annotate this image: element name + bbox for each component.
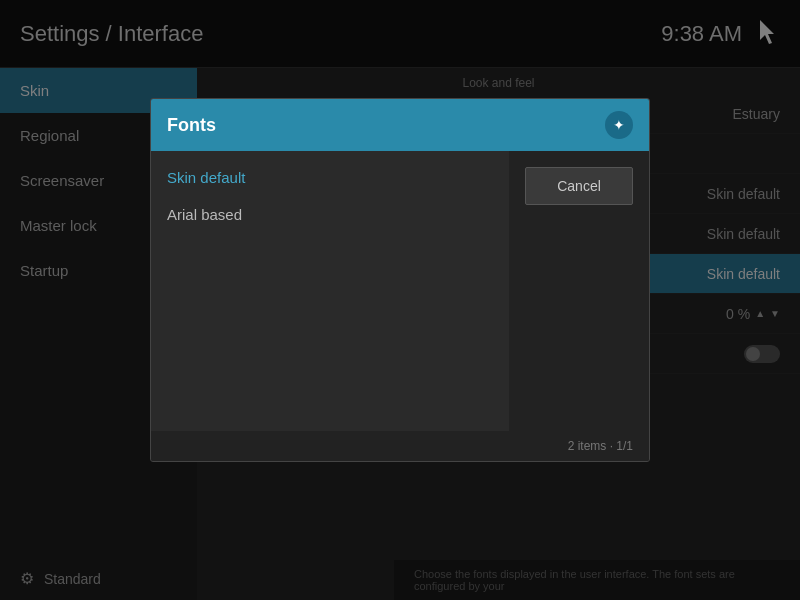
modal-close-button[interactable]: ✦ (605, 111, 633, 139)
cancel-button[interactable]: Cancel (525, 167, 633, 205)
kodi-icon: ✦ (613, 117, 625, 133)
modal-actions: Cancel (509, 151, 649, 431)
modal-body: Skin default Arial based Cancel (151, 151, 649, 431)
modal-header: Fonts ✦ (151, 99, 649, 151)
modal-title: Fonts (167, 115, 216, 136)
modal-footer: 2 items · 1/1 (151, 431, 649, 461)
modal-overlay: Fonts ✦ Skin default Arial based Cancel (0, 0, 800, 600)
list-item-arial-based[interactable]: Arial based (151, 196, 509, 233)
fonts-modal: Fonts ✦ Skin default Arial based Cancel (150, 98, 650, 462)
list-item-skin-default[interactable]: Skin default (151, 159, 509, 196)
modal-list: Skin default Arial based (151, 151, 509, 431)
